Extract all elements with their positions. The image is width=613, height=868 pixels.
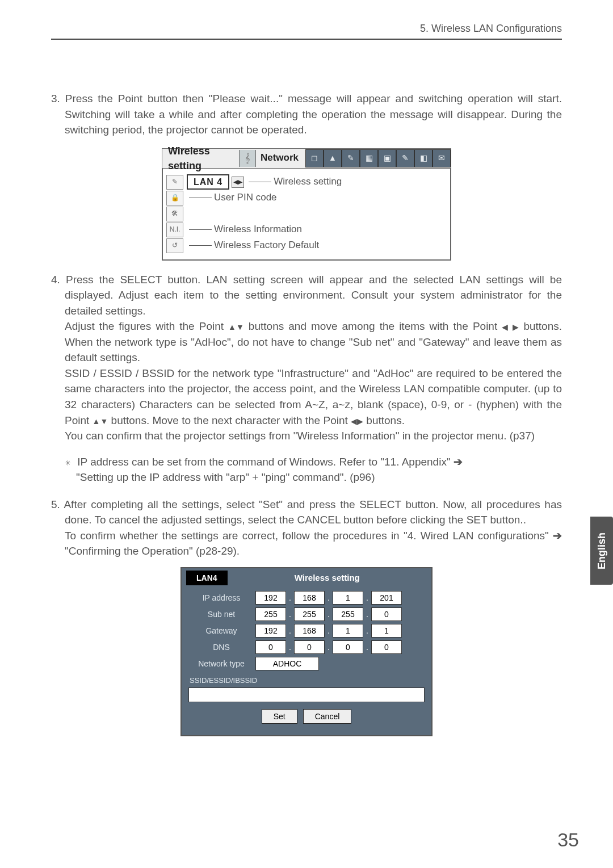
triangle-left-icon — [502, 318, 508, 334]
gw-octet-1[interactable]: 192 — [255, 624, 286, 638]
dialog-title: Wireless setting — [228, 572, 427, 584]
set-button[interactable]: Set — [262, 709, 297, 724]
sub-octet-2[interactable]: 255 — [294, 607, 325, 621]
sub-octet-3[interactable]: 255 — [333, 607, 363, 621]
tool-icon: 🛠 — [166, 207, 183, 221]
menu-icon-4: ▦ — [360, 149, 378, 167]
triangle-up-icon-2 — [93, 413, 100, 429]
label-dns: DNS — [187, 641, 255, 653]
row-gateway: Gateway 192. 168. 1. 1 — [187, 624, 426, 638]
dns-octet-2[interactable]: 0 — [294, 640, 325, 654]
label-ip: IP address — [187, 592, 255, 603]
wireless-setting-label: Wireless setting — [162, 144, 239, 173]
section-header: 5. Wireless LAN Configurations — [420, 23, 562, 35]
gw-octet-2[interactable]: 168 — [294, 624, 325, 638]
reset-icon: ↺ — [166, 238, 183, 253]
row-subnet: Sub net 255. 255. 255. 0 — [187, 607, 426, 621]
label-subnet: Sub net — [187, 609, 255, 620]
step4-p3: SSID / ESSID / BSSID for the network typ… — [51, 366, 562, 428]
gw-octet-3[interactable]: 1 — [333, 624, 363, 638]
label-factory-default: Wireless Factory Default — [214, 238, 319, 253]
header-divider — [51, 39, 562, 40]
label-wireless-info: Wireless Information — [214, 223, 302, 237]
lan-selector[interactable]: LAN 4 — [187, 174, 229, 190]
ip-note-line1: IP address can be set from the command o… — [51, 454, 562, 470]
ip-octet-1[interactable]: 192 — [255, 591, 286, 605]
language-tab: English — [590, 517, 613, 585]
pencil-icon: ✎ — [166, 175, 183, 190]
menu-icon-2: ▲ — [324, 149, 342, 167]
dns-octet-4[interactable]: 0 — [371, 640, 402, 654]
label-network-type: Network type — [187, 658, 255, 669]
triangle-down-icon — [236, 318, 244, 334]
ip-octet-3[interactable]: 1 — [333, 591, 363, 605]
arrow-right-icon — [454, 454, 463, 470]
triangle-down-icon-2 — [100, 413, 108, 429]
step5-p2: To confirm whether the settings are corr… — [51, 528, 562, 559]
arrow-right-icon-2 — [553, 528, 562, 544]
dns-octet-3[interactable]: 0 — [333, 640, 363, 654]
dialog-lan-label: LAN4 — [186, 571, 228, 585]
cancel-button[interactable]: Cancel — [303, 709, 352, 724]
menu-icon-5: ▣ — [378, 149, 396, 167]
gw-octet-4[interactable]: 1 — [371, 624, 402, 638]
antenna-icon: 𝄞 — [239, 150, 256, 167]
page-number: 35 — [557, 829, 579, 851]
triangle-left-icon-2 — [351, 413, 357, 429]
row-ip: IP address 192. 168. 1. 201 — [187, 591, 426, 605]
menu-icon-8: ✉ — [433, 149, 451, 167]
network-label: Network — [256, 151, 303, 165]
step4-p1: 4. Press the SELECT button. LAN setting … — [51, 272, 562, 319]
step4-p2: Adjust the figures with the Point button… — [51, 318, 562, 366]
label-wireless-setting: Wireless setting — [274, 175, 342, 189]
row-dns: DNS 0. 0. 0. 0 — [187, 640, 426, 654]
ni-icon: N.I. — [166, 223, 183, 237]
ip-octet-2[interactable]: 168 — [294, 591, 325, 605]
menu-icon-3: ✎ — [342, 149, 360, 167]
triangle-right-icon-2 — [357, 413, 363, 429]
label-gateway: Gateway — [187, 625, 255, 636]
menu-top-bar: Wireless setting 𝄞 Network ◻ ▲ ✎ ▦ ▣ ✎ ◧… — [162, 148, 451, 169]
projector-menu-figure: Wireless setting 𝄞 Network ◻ ▲ ✎ ▦ ▣ ✎ ◧… — [162, 148, 451, 261]
ssid-input[interactable] — [188, 687, 425, 702]
triangle-up-icon — [228, 318, 236, 334]
network-type-value[interactable]: ADHOC — [255, 657, 319, 670]
wireless-setting-dialog: LAN4 Wireless setting IP address 192. 16… — [180, 567, 433, 736]
menu-icon-7: ◧ — [414, 149, 433, 167]
ip-note-line2: "Setting up the IP address with "arp" + … — [51, 469, 562, 485]
dns-octet-1[interactable]: 0 — [255, 640, 286, 654]
triangle-right-icon — [513, 318, 519, 334]
ip-octet-4[interactable]: 201 — [371, 591, 402, 605]
step5-p1: 5. After completing all the settings, se… — [51, 497, 562, 528]
sub-octet-1[interactable]: 255 — [255, 607, 286, 621]
step3-text: 3. Press the Point button then "Please w… — [51, 91, 562, 138]
menu-icon-6: ✎ — [396, 149, 414, 167]
label-user-pin: User PIN code — [214, 191, 277, 205]
step4-p4: You can confirm that the projector setti… — [51, 428, 562, 444]
lock-icon: 🔒 — [166, 191, 183, 206]
menu-body: ✎ LAN 4 ◀▶ Wireless setting 🔒 User PIN c… — [162, 169, 451, 261]
row-network-type: Network type ADHOC — [187, 657, 426, 670]
lr-arrows-icon[interactable]: ◀▶ — [232, 177, 244, 188]
label-ssid: SSID/ESSID/IBSSID — [187, 673, 426, 687]
menu-icon-1: ◻ — [305, 149, 324, 167]
sub-octet-4[interactable]: 0 — [371, 607, 402, 621]
